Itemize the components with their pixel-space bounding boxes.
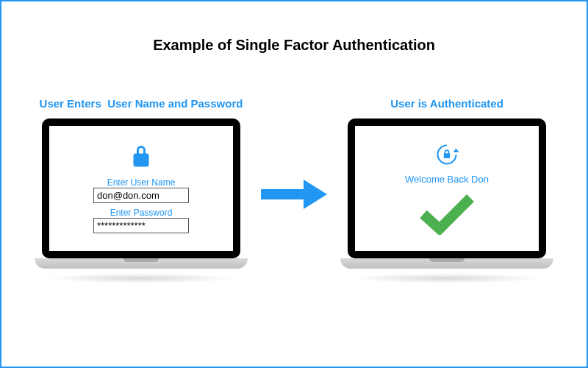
laptop-right-bezel: Welcome Back Don <box>348 118 546 258</box>
arrow-icon <box>261 178 327 213</box>
laptop-right-screen: Welcome Back Don <box>355 126 539 251</box>
username-input[interactable] <box>93 188 189 203</box>
diagram-title: Example of Single Factor Authentication <box>1 37 587 54</box>
lock-icon <box>128 144 154 173</box>
checkmark-icon <box>417 185 476 238</box>
laptop-right-shadow <box>351 273 542 283</box>
laptop-left-screen: Enter User Name Enter Password <box>49 126 233 251</box>
password-label: Enter Password <box>110 208 173 218</box>
laptop-left-bezel: Enter User Name Enter Password <box>42 118 240 258</box>
laptop-right-base <box>340 258 553 269</box>
right-caption: User is Authenticated <box>390 97 503 110</box>
laptop-left-shadow <box>46 273 237 283</box>
welcome-text: Welcome Back Don <box>405 174 489 185</box>
password-input[interactable] <box>93 218 189 233</box>
left-caption: User Enters User Name and Password <box>40 97 243 110</box>
svg-rect-0 <box>261 189 304 199</box>
svg-marker-3 <box>453 148 459 152</box>
laptop-right: Welcome Back Don <box>340 118 553 283</box>
left-column: User Enters User Name and Password Enter… <box>35 97 248 283</box>
right-column: User is Authenticated Welcome Back Don <box>340 97 553 283</box>
svg-marker-1 <box>304 180 327 209</box>
diagram-stage: User Enters User Name and Password Enter… <box>1 97 587 283</box>
laptop-left-base <box>35 258 248 269</box>
laptop-left: Enter User Name Enter Password <box>35 118 248 283</box>
username-label: Enter User Name <box>107 177 176 188</box>
refresh-lock-icon <box>432 140 462 172</box>
